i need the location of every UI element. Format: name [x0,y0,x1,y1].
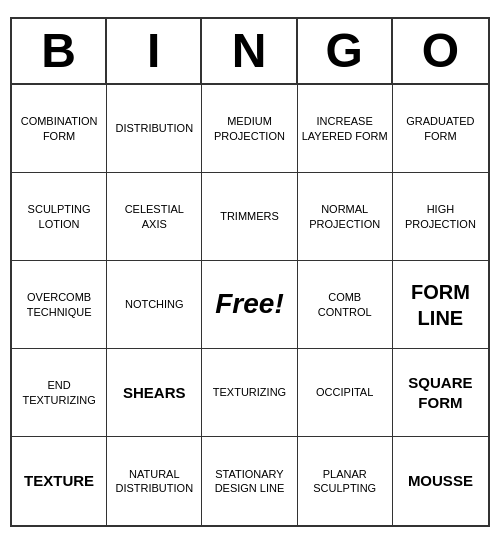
bingo-cell: COMB CONTROL [298,261,393,349]
bingo-cell: TEXTURE [12,437,107,525]
bingo-cell: OCCIPITAL [298,349,393,437]
bingo-cell: END TEXTURIZING [12,349,107,437]
bingo-cell: FORM LINE [393,261,488,349]
header-letter: G [298,19,393,83]
bingo-card: BINGO COMBINATION FORMDISTRIBUTIONMEDIUM… [10,17,490,527]
bingo-header: BINGO [12,19,488,85]
bingo-cell: CELESTIAL AXIS [107,173,202,261]
bingo-cell: MEDIUM PROJECTION [202,85,297,173]
bingo-cell: TRIMMERS [202,173,297,261]
bingo-cell: OVERCOMB TECHNIQUE [12,261,107,349]
bingo-cell: NATURAL DISTRIBUTION [107,437,202,525]
bingo-cell: MOUSSE [393,437,488,525]
bingo-cell: INCREASE LAYERED FORM [298,85,393,173]
header-letter: O [393,19,488,83]
bingo-cell: STATIONARY DESIGN LINE [202,437,297,525]
bingo-cell: COMBINATION FORM [12,85,107,173]
bingo-cell: Free! [202,261,297,349]
bingo-cell: DISTRIBUTION [107,85,202,173]
bingo-cell: TEXTURIZING [202,349,297,437]
bingo-cell: SHEARS [107,349,202,437]
header-letter: B [12,19,107,83]
bingo-cell: GRADUATED FORM [393,85,488,173]
bingo-cell: NORMAL PROJECTION [298,173,393,261]
bingo-cell: NOTCHING [107,261,202,349]
bingo-cell: SCULPTING LOTION [12,173,107,261]
bingo-grid: COMBINATION FORMDISTRIBUTIONMEDIUM PROJE… [12,85,488,525]
header-letter: N [202,19,297,83]
bingo-cell: SQUARE FORM [393,349,488,437]
bingo-cell: PLANAR SCULPTING [298,437,393,525]
header-letter: I [107,19,202,83]
bingo-cell: HIGH PROJECTION [393,173,488,261]
